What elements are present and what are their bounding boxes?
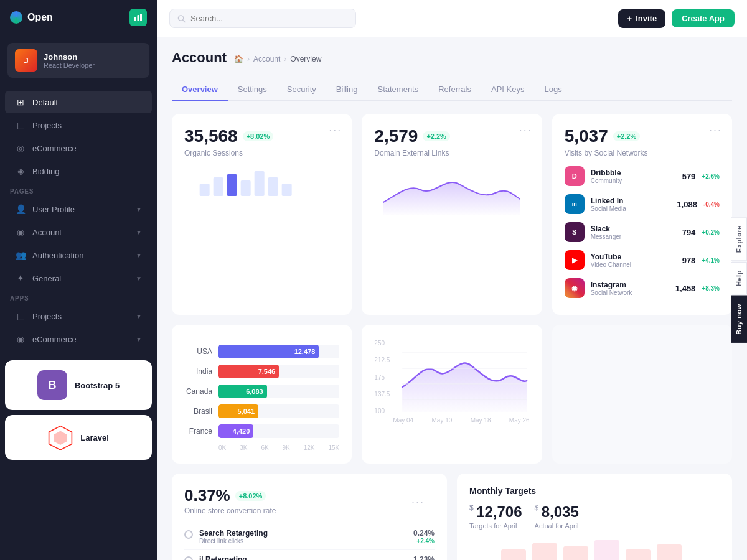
conv-more-button[interactable]: ··· (411, 496, 425, 509)
ecommerce-app-icon: ◉ (15, 334, 26, 345)
bar-fill-france: 4,420 (218, 424, 253, 438)
sidebar-chart-button[interactable] (129, 9, 147, 26)
search-box[interactable] (169, 9, 356, 28)
stat-more-button[interactable]: ··· (329, 124, 342, 137)
youtube-type: Video Channel (591, 261, 676, 268)
stat-badge-social: +2.2% (613, 131, 641, 141)
sidebar-item-ecommerce[interactable]: ◎ eCommerce (5, 137, 152, 159)
bootstrap-name: Bootstrap 5 (75, 381, 120, 390)
sidebar-item-authentication[interactable]: 👥 Authentication ▼ (5, 244, 152, 266)
laravel-name: Laravel (80, 433, 109, 442)
sidebar-item-account[interactable]: ◉ Account ▼ (5, 221, 152, 243)
target-label-1: Actual for April (535, 522, 579, 530)
organic-chart (184, 165, 339, 196)
line-chart-area (400, 337, 529, 414)
home-icon[interactable]: 🏠 (234, 55, 243, 63)
conv-label: Online store convertion rate (184, 506, 435, 515)
nav-label-ecommerce: eCommerce (32, 144, 142, 153)
empty-chart-card (552, 325, 732, 464)
nav-label-default: Default (32, 98, 142, 107)
explore-button[interactable]: Explore (731, 217, 747, 261)
youtube-count: 978 (682, 256, 696, 265)
user-role: React Developer (44, 62, 95, 69)
tab-security[interactable]: Security (277, 78, 326, 101)
bootstrap-icon: B (37, 370, 67, 400)
svg-marker-4 (54, 431, 67, 445)
sidebar-item-user-profile[interactable]: 👤 User Profile ▼ (5, 198, 152, 220)
main-content: + Invite Create App Account 🏠 › Account … (157, 0, 747, 560)
svg-rect-22 (626, 549, 651, 560)
social-networks-list: D Dribbble Community 579 +2.6% in Linked… (565, 162, 720, 302)
help-button[interactable]: Help (731, 262, 747, 294)
buy-now-button[interactable]: Buy now (731, 296, 747, 343)
retarget-pct-val-0: 0.24% (413, 529, 435, 538)
create-app-button[interactable]: Create App (672, 9, 735, 27)
bar-chart-card: USA 12,478 India 7,546 (172, 325, 352, 464)
retarget-list: Search Retargeting Direct link clicks 0.… (184, 524, 435, 560)
page-title: Account (172, 50, 227, 66)
bar-row-france: France 4,420 (184, 424, 339, 438)
instagram-count: 1,458 (675, 284, 696, 293)
retarget-sub-0: Direct link clicks (199, 538, 268, 544)
pages-section-label: PAGES (0, 183, 157, 197)
chevron-down-icon: ▼ (136, 275, 142, 282)
sidebar: Open J Johnson React Developer ⊞ Default… (0, 0, 157, 560)
sidebar-nav: ⊞ Default ◫ Projects ◎ eCommerce ◈ Biddi… (0, 85, 157, 560)
svg-rect-11 (255, 171, 265, 196)
dribbble-icon: D (565, 166, 585, 186)
user-card[interactable]: J Johnson React Developer (7, 43, 149, 78)
projects-app-icon: ◫ (15, 310, 26, 322)
tab-statements[interactable]: Statements (367, 78, 428, 101)
bar-track-usa: 12,478 (218, 345, 339, 358)
search-input[interactable] (190, 14, 348, 23)
sidebar-item-projects-app[interactable]: ◫ Projects ▼ (5, 305, 152, 327)
stat-more-button-3[interactable]: ··· (709, 124, 722, 137)
conv-badge: +8.02% (235, 491, 266, 501)
stat-card-social: ··· 5,037 +2.2% Visits by Social Network… (552, 114, 732, 315)
sidebar-item-default[interactable]: ⊞ Default (5, 91, 152, 113)
logo-icon (10, 11, 22, 24)
stat-label-organic: Organic Sessions (184, 149, 339, 157)
tab-referrals[interactable]: Referrals (428, 78, 481, 101)
conv-value: 0.37% +8.02% (184, 486, 435, 505)
sidebar-item-general[interactable]: ✦ General ▼ (5, 267, 152, 289)
chart-grid: USA 12,478 India 7,546 (172, 325, 732, 464)
tab-overview[interactable]: Overview (172, 78, 228, 101)
invite-button[interactable]: + Invite (618, 9, 665, 28)
slack-count: 794 (682, 228, 696, 237)
axis-6k: 6K (261, 444, 268, 451)
svg-rect-21 (594, 540, 619, 560)
target-item-1: $ 8,035 Actual for April (535, 503, 579, 530)
svg-rect-23 (657, 544, 682, 560)
sidebar-item-bidding[interactable]: ◈ Bidding (5, 160, 152, 182)
target-item-0: $ 12,706 Targets for April (469, 503, 522, 530)
nav-label-authentication: Authentication (32, 251, 129, 260)
tab-settings[interactable]: Settings (228, 78, 277, 101)
sidebar-item-ecommerce-app[interactable]: ◉ eCommerce ▼ (5, 328, 152, 350)
line-chart-card: 250 212.5 175 137.5 100 (362, 325, 542, 464)
slack-info: Slack Messanger (591, 225, 676, 240)
svg-rect-10 (241, 180, 251, 196)
linkedin-count: 1,088 (677, 200, 697, 209)
slack-name: Slack (591, 225, 676, 233)
stat-badge-domain: +2.2% (423, 131, 450, 141)
bar-fill-india: 7,546 (218, 365, 279, 378)
svg-rect-12 (268, 177, 278, 196)
country-india: India (184, 367, 212, 376)
bar-row-india: India 7,546 (184, 365, 339, 378)
sidebar-item-projects[interactable]: ◫ Projects (5, 114, 152, 136)
nav-label-projects: Projects (32, 121, 142, 130)
breadcrumb-account[interactable]: Account (253, 55, 280, 63)
stat-value-organic: 35,568 +8.02% (184, 126, 339, 146)
tab-logs[interactable]: Logs (534, 78, 571, 101)
avatar: J (15, 49, 37, 72)
bar-val-canada: 6,083 (246, 388, 263, 395)
stat-value-social: 5,037 +2.2% (565, 126, 720, 146)
target-amount-1: 8,035 (542, 503, 579, 520)
tab-api-keys[interactable]: API Keys (481, 78, 534, 101)
tab-billing[interactable]: Billing (326, 78, 368, 101)
axis-15k: 15K (329, 444, 340, 451)
retarget-pct-2: 1.23% +0.2% (413, 555, 435, 560)
chevron-down-icon: ▼ (136, 336, 142, 343)
stat-more-button-2[interactable]: ··· (519, 124, 532, 137)
